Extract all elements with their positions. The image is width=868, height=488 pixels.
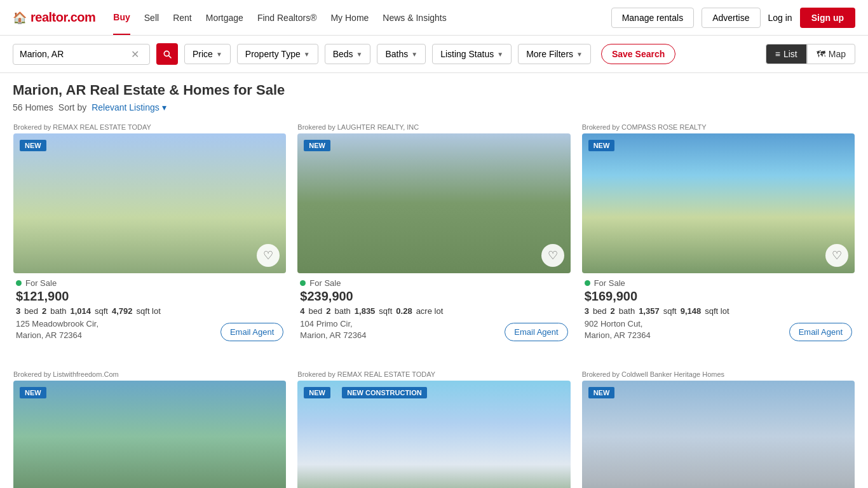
nav-buy[interactable]: Buy <box>113 1 130 35</box>
listing-status: For Sale <box>585 278 852 288</box>
brokered-by: Brokered by REMAX REAL ESTATE TODAY <box>297 365 570 381</box>
brokered-by: Brokered by Listwithfreedom.Com <box>13 365 286 381</box>
nav-find-realtors[interactable]: Find Realtors® <box>257 1 317 34</box>
beds-count: 3 <box>585 306 589 316</box>
nav-my-home[interactable]: My Home <box>330 1 369 34</box>
map-view-button[interactable]: 🗺 Map <box>807 44 855 64</box>
save-search-button[interactable]: Save Search <box>601 44 675 64</box>
sqft-label: sqft <box>379 306 392 316</box>
chevron-down-icon: ▼ <box>411 51 417 58</box>
favorite-button[interactable]: ♡ <box>257 244 280 267</box>
new-badge: NEW <box>304 387 330 398</box>
new-badge: NEW <box>20 387 46 398</box>
map-icon: 🗺 <box>817 49 825 59</box>
sqft-label: sqft <box>663 306 677 316</box>
listing-image-wrap: NEW ♡ <box>582 133 855 273</box>
logo-text: realtor.com <box>31 10 95 25</box>
signup-button[interactable]: Sign up <box>800 8 855 28</box>
lot-count: 9,148 <box>681 306 702 316</box>
chevron-down-icon: ▾ <box>162 102 166 112</box>
main-nav: Buy Sell Rent Mortgage Find Realtors® My… <box>113 1 611 35</box>
results-meta: 56 Homes Sort by Relevant Listings ▾ <box>13 102 855 112</box>
more-filters-button[interactable]: More Filters ▼ <box>518 44 591 64</box>
listings-grid: Brokered by REMAX REAL ESTATE TODAY NEW … <box>13 118 855 488</box>
listing-status: For Sale <box>16 278 283 288</box>
listing-info: For Sale $239,900 4 bed 2 bath 1,835 sqf… <box>297 273 570 341</box>
new-badge: NEW <box>588 387 615 398</box>
list-view-button[interactable]: ≡ List <box>766 44 807 64</box>
beds-label: bed <box>309 306 323 316</box>
price-filter[interactable]: Price ▼ <box>184 44 231 64</box>
property-type-filter[interactable]: Property Type ▼ <box>237 44 318 64</box>
logo[interactable]: 🏠 realtor.com <box>13 10 95 25</box>
header-actions: Manage rentals Advertise Log in Sign up <box>611 8 855 28</box>
sqft-count: 1,835 <box>355 306 376 316</box>
search-bar: ✕ Price ▼ Property Type ▼ Beds ▼ Baths ▼… <box>0 36 868 73</box>
listing-image-wrap: NEW ♡ <box>13 133 286 273</box>
chevron-down-icon: ▼ <box>304 51 310 58</box>
email-agent-button[interactable]: Email Agent <box>505 323 567 341</box>
lot-count: 0.28 <box>396 306 412 316</box>
search-input-wrap[interactable]: ✕ <box>13 44 150 65</box>
listing-price: $121,900 <box>16 289 283 304</box>
nav-sell[interactable]: Sell <box>144 1 159 34</box>
chevron-down-icon: ▼ <box>497 51 503 58</box>
listing-card: Brokered by REMAX REAL ESTATE TODAY NEW … <box>13 118 287 355</box>
listing-status: For Sale <box>300 278 567 288</box>
search-button[interactable] <box>156 43 178 65</box>
lot-count: 4,792 <box>112 306 133 316</box>
nav-mortgage[interactable]: Mortgage <box>206 1 243 34</box>
nav-news-insights[interactable]: News & Insights <box>383 1 446 34</box>
login-button[interactable]: Log in <box>768 13 792 23</box>
listing-price: $239,900 <box>300 289 567 304</box>
search-input[interactable] <box>20 49 131 59</box>
brokered-by: Brokered by REMAX REAL ESTATE TODAY <box>13 118 286 133</box>
lot-unit: sqft lot <box>705 306 729 316</box>
listing-details: 3 bed 2 bath 1,357 sqft 9,148 sqft lot <box>585 306 852 316</box>
advertise-button[interactable]: Advertise <box>702 8 760 28</box>
listing-details: 4 bed 2 bath 1,835 sqft 0.28 acre lot <box>300 306 567 316</box>
lot-unit: acre lot <box>416 306 444 316</box>
sqft-label: sqft <box>95 306 108 316</box>
view-toggle: ≡ List 🗺 Map <box>766 44 855 64</box>
logo-house-icon: 🏠 <box>13 11 27 25</box>
baths-filter[interactable]: Baths ▼ <box>377 44 426 64</box>
manage-rentals-button[interactable]: Manage rentals <box>611 8 695 28</box>
list-icon: ≡ <box>775 49 780 59</box>
listing-status-filter[interactable]: Listing Status ▼ <box>432 44 512 64</box>
nav-rent[interactable]: Rent <box>173 1 192 34</box>
clear-search-icon[interactable]: ✕ <box>131 48 139 60</box>
lot-unit: sqft lot <box>137 306 161 316</box>
baths-count: 2 <box>326 306 330 316</box>
favorite-button[interactable]: ♡ <box>825 244 848 267</box>
listing-info: For Sale $169,900 3 bed 2 bath 1,357 sqf… <box>582 273 855 341</box>
listing-address: 125 Meadowbrook Cir, Marion, AR 72364 <box>16 318 98 341</box>
listing-details: 3 bed 2 bath 1,014 sqft 4,792 sqft lot <box>16 306 283 316</box>
baths-label: bath <box>50 306 66 316</box>
listing-address: 902 Horton Cut, Marion, AR 72364 <box>585 318 651 341</box>
listing-card: Brokered by COMPASS ROSE REALTY NEW ♡ Fo… <box>581 118 855 355</box>
beds-count: 4 <box>300 306 304 316</box>
beds-label: bed <box>593 306 607 316</box>
email-agent-button[interactable]: Email Agent <box>220 323 283 341</box>
beds-label: bed <box>24 306 38 316</box>
status-dot <box>300 280 306 286</box>
listing-info: For Sale $121,900 3 bed 2 bath 1,014 sqf… <box>13 273 286 341</box>
new-construction-badge: NEW CONSTRUCTION <box>342 387 426 398</box>
listing-card: Brokered by REMAX REAL ESTATE TODAY NEW … <box>297 365 571 488</box>
listing-card: Brokered by LAUGHTER REALTY, INC NEW ♡ F… <box>297 118 571 355</box>
baths-count: 2 <box>42 306 46 316</box>
listing-card: Brokered by Listwithfreedom.Com NEW ♡ <box>13 365 287 488</box>
results-header: Marion, AR Real Estate & Homes for Sale … <box>0 73 868 118</box>
new-badge: NEW <box>588 140 615 151</box>
baths-count: 2 <box>611 306 615 316</box>
listing-price: $169,900 <box>585 289 852 304</box>
baths-label: bath <box>619 306 635 316</box>
beds-filter[interactable]: Beds ▼ <box>325 44 371 64</box>
brokered-by: Brokered by COMPASS ROSE REALTY <box>582 118 855 133</box>
sort-dropdown[interactable]: Relevant Listings ▾ <box>92 102 166 112</box>
email-agent-button[interactable]: Email Agent <box>789 323 852 341</box>
favorite-button[interactable]: ♡ <box>541 244 564 267</box>
beds-count: 3 <box>16 306 20 316</box>
new-badge: NEW <box>20 140 46 151</box>
